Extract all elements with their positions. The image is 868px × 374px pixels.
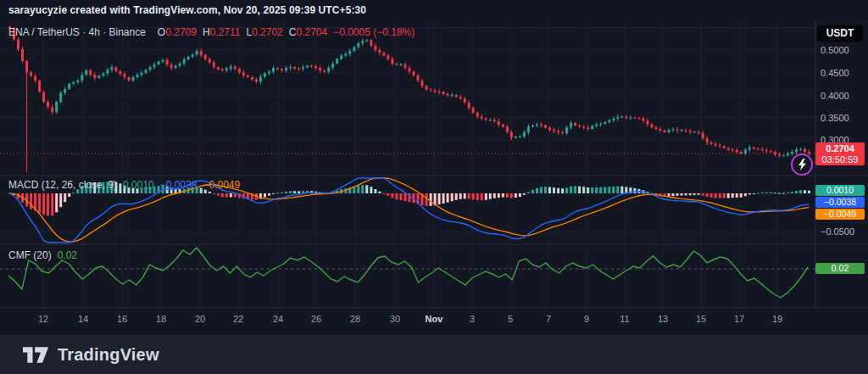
time-axis-label: 11 <box>620 314 629 324</box>
macd-signal-value: −0.0049 <box>203 179 241 191</box>
macd-axis-badge: −0.0038 <box>815 197 865 208</box>
cmf-axis-badge: 0.02 <box>815 263 865 274</box>
cmf-value: 0.02 <box>58 249 77 261</box>
time-axis-label: 30 <box>390 314 400 324</box>
macd-line-value: −0.0038 <box>160 179 198 191</box>
macd-legend: MACD (12, 26, close, 9)0.0010−0.0038−0.0… <box>8 179 240 191</box>
time-axis-label: 15 <box>696 314 706 324</box>
macd-title: MACD <box>8 179 38 191</box>
time-axis-label: 17 <box>734 314 744 324</box>
ohlc-low-value: 0.2702 <box>252 26 283 38</box>
time-axis-label: 26 <box>311 314 321 324</box>
macd-hist-value: 0.0010 <box>123 179 154 191</box>
bar-countdown: 03:50:59 <box>815 154 865 165</box>
price-axis-label: 0.4000 <box>821 91 866 101</box>
brand-text: TradingView <box>58 345 159 365</box>
time-axis-label: 24 <box>273 314 283 324</box>
grid-layer <box>0 21 815 308</box>
time-axis-label: 14 <box>78 314 88 324</box>
tradingview-snapshot: sarayucyzie created with TradingView.com… <box>0 0 868 374</box>
ohlc-open-label: O <box>158 26 165 38</box>
attribution-text: sarayucyzie created with TradingView.com… <box>8 4 366 16</box>
time-axis-label: Nov <box>426 314 443 324</box>
chart-canvas[interactable] <box>0 21 868 333</box>
tradingview-brand[interactable]: TradingView <box>23 345 159 365</box>
cmf-legend: CMF (20)0.02 <box>8 249 77 261</box>
price-axis-label: 0.3500 <box>821 113 866 123</box>
ohlc-open-value: 0.2709 <box>165 26 197 38</box>
last-price-badge: 0.2704 03:50:59 <box>815 142 865 165</box>
tradingview-logo-icon <box>23 346 49 364</box>
ohlc-high-label: H <box>203 26 210 38</box>
time-axis-label: 22 <box>233 314 243 324</box>
change-value: −0.0005 (−0.18%) <box>333 26 415 38</box>
price-axis-label: 0.4500 <box>821 68 866 78</box>
candles-layer <box>8 25 810 172</box>
macd-axis-badge: −0.0049 <box>815 209 865 220</box>
lightning-bolt-glyph <box>798 159 807 170</box>
time-axis-label: 20 <box>195 314 205 324</box>
symbol-title: ENA / TetherUS · 4h · Binance <box>8 26 146 38</box>
price-axis-label: 0.5000 <box>821 45 866 55</box>
macd-params: (12, 26, close, 9) <box>42 179 117 191</box>
footer-bar: TradingView <box>0 333 868 374</box>
symbol-legend: ENA / TetherUS · 4h · BinanceO0.2709H0.2… <box>8 26 415 38</box>
cmf-title: CMF (20) <box>8 249 52 261</box>
time-axis-label: 5 <box>508 314 513 324</box>
time-axis-label: 13 <box>658 314 668 324</box>
time-axis-label: 9 <box>584 314 589 324</box>
last-price-value: 0.2704 <box>815 143 865 154</box>
ohlc-high-value: 0.2711 <box>210 26 241 38</box>
time-axis-label: 3 <box>470 314 475 324</box>
time-axis-label: 16 <box>117 314 127 324</box>
macd-axis-gridline-label: −0.0500 <box>821 226 854 237</box>
time-axis[interactable]: 12141618202224262830Nov35791113151719 <box>0 310 815 329</box>
macd-axis-badge: 0.0010 <box>815 185 865 196</box>
ohlc-close-value: 0.2704 <box>296 26 327 38</box>
currency-toggle-button[interactable]: USDT <box>816 25 864 42</box>
time-axis-label: 12 <box>38 314 48 324</box>
lightning-icon[interactable] <box>791 154 813 176</box>
time-axis-label: 7 <box>546 314 551 324</box>
time-axis-label: 28 <box>350 314 360 324</box>
time-axis-label: 19 <box>772 314 782 324</box>
time-axis-label: 18 <box>156 314 166 324</box>
